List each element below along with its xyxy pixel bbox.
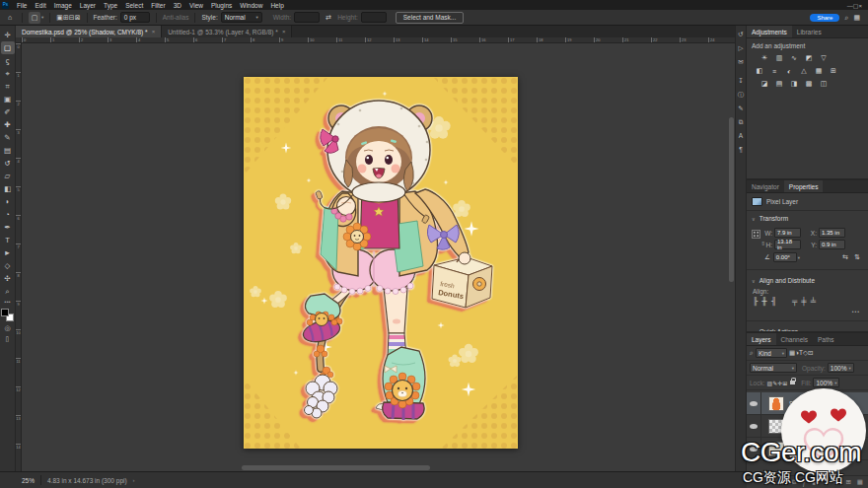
frame-tool[interactable]: ▣ (1, 93, 15, 105)
x-value-input[interactable]: 1.35 in (819, 228, 845, 238)
tab-properties[interactable]: Properties (784, 180, 824, 192)
hue-saturation-icon[interactable]: ◧ (754, 66, 765, 76)
blend-mode-dropdown[interactable]: Normal▾ (750, 363, 797, 373)
info-icon[interactable]: ⓘ (738, 91, 745, 99)
brightness-contrast-icon[interactable]: ☀ (759, 53, 770, 63)
align-left-icon[interactable]: ╟ (753, 297, 758, 306)
rectangular-marquee-tool[interactable]: ▢ (1, 41, 15, 54)
selective-color-icon[interactable]: ◫ (818, 79, 830, 89)
screen-mode-icon[interactable]: ▯ (6, 335, 10, 343)
dodge-tool[interactable]: ◔ (1, 208, 15, 221)
vertical-ruler[interactable]: 01234567891011121314 (16, 43, 22, 471)
align-more-options[interactable]: ••• (747, 307, 868, 317)
feather-input[interactable]: 0 px (120, 12, 150, 23)
filter-smart-icon[interactable]: ⊡ (808, 349, 813, 356)
reference-point-selector[interactable] (752, 230, 760, 239)
healing-brush-tool[interactable]: ✚ (1, 118, 15, 131)
vertical-scrollbar-thumb[interactable] (729, 117, 734, 282)
document-tab-inactive[interactable]: Untitled-1 @ 53.3% (Layer 4, RGB/8) *× (162, 26, 292, 37)
select-and-mask-button[interactable]: Select and Mask... (396, 12, 464, 24)
crop-tool[interactable]: ⌗ (1, 80, 15, 93)
brush-tool[interactable]: ✎ (1, 131, 15, 144)
link-dimensions-icon[interactable]: ∞ (760, 242, 766, 245)
vibrance-icon[interactable]: ▽ (818, 53, 830, 63)
path-selection-tool[interactable]: ► (1, 246, 15, 259)
home-icon[interactable]: ⌂ (4, 12, 16, 24)
width-value-input[interactable]: 7.9 in (774, 228, 801, 238)
type-tool[interactable]: T (1, 234, 15, 246)
rotation-input[interactable]: 0.00° (773, 252, 797, 262)
menu-item[interactable]: Plugins (207, 2, 236, 9)
menu-item[interactable]: Window (236, 2, 266, 9)
history-brush-tool[interactable]: ↺ (1, 157, 15, 170)
zoom-level-field[interactable]: 25% (22, 477, 35, 484)
vertical-scrollbar[interactable] (729, 47, 734, 459)
lasso-tool[interactable]: ϛ (1, 54, 15, 67)
transform-section-title[interactable]: Transform (760, 215, 788, 222)
layer-filter-kind-dropdown[interactable]: Kind▾ (756, 348, 787, 358)
tab-adjustments[interactable]: Adjustments (747, 26, 792, 37)
close-tab-icon[interactable]: × (152, 29, 156, 35)
hand-tool[interactable]: ✣ (1, 272, 15, 285)
tab-channels[interactable]: Channels (776, 333, 813, 345)
close-tab-icon[interactable]: × (282, 29, 286, 35)
flip-vertical-icon[interactable]: ⇅ (854, 253, 860, 261)
color-swatches[interactable] (1, 309, 14, 321)
menu-item[interactable]: Image (50, 2, 76, 9)
black-white-icon[interactable]: ◐ (783, 66, 795, 76)
style-dropdown[interactable]: Normal▾ (221, 12, 262, 23)
photo-filter-icon[interactable]: △ (798, 66, 810, 76)
horizontal-scrollbar-thumb[interactable] (242, 465, 430, 470)
search-icon[interactable]: ⌕ (844, 12, 848, 24)
shape-tool[interactable]: ◇ (1, 259, 15, 272)
status-options-caret[interactable]: › (133, 477, 135, 483)
share-button[interactable]: Share (810, 14, 839, 22)
move-tool[interactable]: ✛ (1, 29, 15, 41)
quick-mask-icon[interactable]: ◎ (4, 324, 10, 332)
align-middle-icon[interactable]: ╪ (801, 297, 806, 306)
color-lookup-icon[interactable]: ⊞ (828, 66, 839, 76)
align-top-icon[interactable]: ╤ (792, 297, 797, 306)
exposure-icon[interactable]: ◩ (803, 53, 815, 63)
tab-paths[interactable]: Paths (813, 333, 839, 345)
clone-source-icon[interactable]: ⧉ (739, 118, 744, 126)
curves-icon[interactable]: ∿ (788, 53, 800, 63)
menu-item[interactable]: Help (266, 2, 287, 9)
gradient-tool[interactable]: ◧ (1, 182, 15, 195)
menu-item[interactable]: Filter (147, 2, 169, 9)
eraser-tool[interactable]: ▱ (1, 170, 15, 182)
character-icon[interactable]: A (739, 132, 743, 140)
current-tool-icon[interactable]: ▢ (29, 12, 40, 24)
color-balance-icon[interactable]: ≡ (768, 66, 780, 76)
foreground-color-swatch[interactable] (1, 309, 9, 316)
workspace-switcher-icon[interactable]: ▦ (853, 12, 860, 24)
anti-alias-checkbox[interactable]: Anti-alias (163, 14, 189, 21)
paragraph-icon[interactable]: ¶ (739, 146, 743, 154)
menu-item[interactable]: 3D (170, 2, 185, 9)
horizontal-ruler[interactable]: 0123456789101112131415161718192021222324 (22, 37, 735, 43)
new-selection-icon[interactable]: ▣ (56, 14, 63, 21)
artwork-canvas[interactable]: fresh Donuts (244, 77, 518, 449)
menu-item[interactable]: Select (121, 2, 147, 9)
gradient-map-icon[interactable]: ▩ (803, 79, 815, 89)
height-value-input[interactable]: 13.18 in (774, 240, 801, 249)
swap-dimensions-icon[interactable]: ⇄ (323, 12, 334, 24)
zoom-tool[interactable]: ⌕ (1, 285, 15, 298)
clone-stamp-tool[interactable]: ▤ (1, 144, 15, 157)
menu-item[interactable]: Type (100, 2, 121, 9)
actions-icon[interactable]: ▷ (739, 44, 744, 52)
pen-tool[interactable]: ✒ (1, 221, 15, 234)
y-value-input[interactable]: 0.9 in (819, 240, 845, 249)
invert-icon[interactable]: ◪ (759, 79, 770, 89)
document-tab-active[interactable]: Domestika.psd @ 25% (Shadow, CMYK/8) *× (16, 26, 162, 37)
channel-mixer-icon[interactable]: ▦ (813, 66, 825, 76)
history-icon[interactable]: ↺ (738, 31, 743, 38)
tab-navigator[interactable]: Navigator (747, 180, 784, 192)
canvas-pasteboard[interactable]: 0123456789101112131415161718192021222324… (16, 37, 735, 471)
horizontal-scrollbar[interactable] (26, 465, 723, 470)
export-icon[interactable]: ↧ (738, 77, 743, 85)
align-center-horizontal-icon[interactable]: ╫ (761, 297, 766, 306)
object-selection-tool[interactable]: ⌖ (1, 67, 15, 80)
flip-horizontal-icon[interactable]: ⇆ (842, 253, 848, 261)
align-bottom-icon[interactable]: ╧ (811, 297, 816, 306)
